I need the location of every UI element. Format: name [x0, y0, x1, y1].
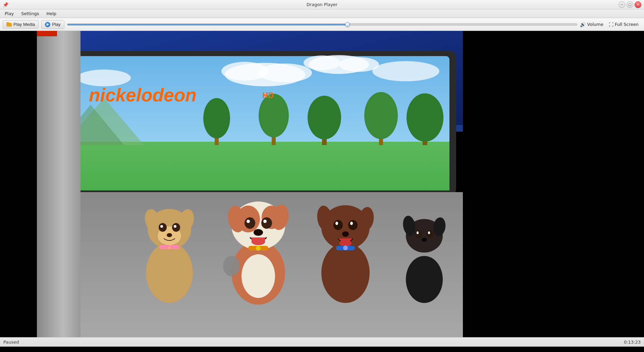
window-title: Dragon Player	[307, 2, 337, 7]
svg-point-43	[241, 254, 275, 298]
play-button[interactable]: Play	[41, 20, 64, 29]
video-area[interactable]: ★	[0, 31, 644, 347]
left-letterbox	[0, 31, 37, 347]
svg-point-49	[245, 217, 255, 229]
svg-point-76	[426, 230, 434, 238]
titlebar: 📌 Dragon Player ─ □ ✕	[0, 0, 644, 9]
play-media-button[interactable]: Play Media	[3, 20, 39, 29]
svg-point-77	[417, 231, 419, 234]
svg-point-78	[428, 231, 430, 234]
svg-point-39	[167, 233, 172, 237]
svg-point-23	[364, 92, 398, 139]
play-media-label: Play Media	[13, 22, 35, 27]
svg-rect-13	[54, 142, 449, 190]
menubar: Play Settings Help	[0, 9, 644, 18]
svg-point-57	[256, 246, 261, 251]
play-circle-icon	[45, 22, 50, 27]
svg-point-67	[342, 231, 349, 237]
timestamp: 0:13:23	[624, 340, 641, 345]
svg-point-59	[321, 243, 370, 303]
svg-text:HD: HD	[262, 91, 274, 100]
svg-point-9	[304, 55, 340, 70]
volume-area: 🔊 Volume	[580, 22, 603, 27]
seekbar-area	[67, 24, 577, 26]
svg-point-17	[203, 98, 230, 138]
menu-help[interactable]: Help	[43, 10, 60, 17]
toolbar: Play Media Play 🔊 Volume ⛶ Full Screen	[0, 18, 644, 31]
svg-text:nickelodeon: nickelodeon	[89, 85, 197, 105]
svg-point-55	[252, 238, 265, 245]
statusbar: Paused 0:13:23	[0, 337, 644, 347]
right-letterbox	[463, 31, 644, 347]
svg-point-12	[77, 70, 131, 86]
fullscreen-label: Full Screen	[615, 22, 639, 27]
svg-point-65	[335, 222, 338, 225]
svg-point-64	[348, 220, 358, 230]
paused-status: Paused	[3, 340, 19, 345]
volume-label: Volume	[587, 22, 603, 27]
pin-icon[interactable]: 📌	[3, 2, 8, 7]
fullscreen-button[interactable]: ⛶ Full Screen	[606, 21, 641, 28]
play-triangle-icon	[47, 23, 49, 26]
svg-point-58	[223, 256, 240, 276]
maximize-button[interactable]: □	[627, 1, 633, 8]
video-scene: ★	[37, 31, 463, 347]
fullscreen-icon: ⛶	[609, 22, 613, 27]
svg-point-50	[261, 217, 272, 229]
folder-icon	[6, 22, 12, 27]
svg-point-30	[146, 243, 193, 303]
play-label: Play	[52, 22, 60, 27]
svg-text:★: ★	[168, 246, 171, 250]
svg-point-36	[172, 223, 180, 232]
svg-point-25	[407, 93, 443, 142]
svg-point-63	[333, 220, 343, 230]
svg-point-53	[254, 229, 263, 236]
svg-point-52	[263, 220, 267, 223]
menu-play[interactable]: Play	[1, 10, 17, 17]
seekbar-fill	[67, 24, 347, 25]
video-frame: ★	[37, 31, 463, 347]
svg-point-71	[406, 256, 443, 303]
svg-point-79	[422, 238, 427, 242]
minimize-button[interactable]: ─	[619, 1, 625, 8]
seekbar[interactable]	[67, 24, 577, 26]
menu-settings[interactable]: Settings	[18, 10, 42, 17]
svg-rect-28	[37, 31, 80, 347]
close-button[interactable]: ✕	[635, 1, 641, 8]
svg-point-35	[159, 223, 167, 232]
svg-point-66	[350, 222, 353, 225]
svg-rect-29	[37, 31, 57, 36]
svg-point-7	[258, 63, 312, 82]
svg-point-70	[343, 246, 348, 250]
svg-point-38	[174, 225, 176, 228]
window-controls: ─ □ ✕	[619, 1, 641, 8]
svg-point-75	[415, 230, 422, 238]
svg-point-19	[259, 94, 289, 137]
volume-icon: 🔊	[580, 22, 586, 27]
svg-point-21	[308, 96, 341, 139]
svg-point-37	[160, 225, 163, 228]
svg-point-51	[247, 220, 250, 223]
seekbar-thumb[interactable]	[345, 22, 350, 27]
svg-point-11	[372, 61, 439, 81]
